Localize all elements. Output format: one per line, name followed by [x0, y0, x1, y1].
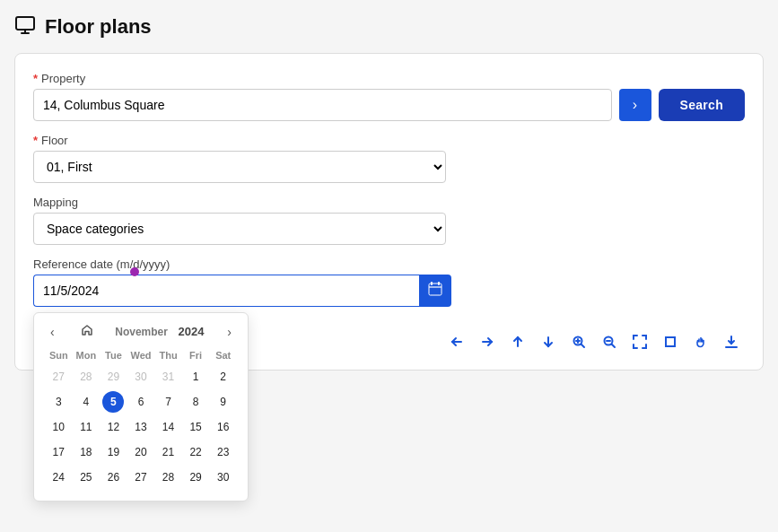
arrow-up-icon[interactable] [504, 328, 531, 355]
calendar-icon [428, 282, 442, 300]
calendar-day-cell[interactable]: 31 [154, 364, 182, 389]
col-mon: Mon [73, 348, 101, 364]
crop-icon[interactable] [657, 328, 684, 355]
calendar-day-cell[interactable]: 9 [209, 389, 237, 414]
calendar-day-cell[interactable]: 10 [45, 414, 73, 440]
calendar-day-cell[interactable]: 24 [45, 465, 73, 490]
main-card: * Property › Search * Floor 01, First Ma… [14, 53, 764, 371]
calendar-day-cell[interactable]: 20 [127, 440, 155, 465]
property-label: * Property [33, 72, 745, 85]
calendar-day-cell[interactable]: 6 [127, 389, 155, 414]
calendar-day-cell[interactable]: 11 [73, 414, 101, 440]
calendar-grid: Sun Mon Tue Wed Thu Fri Sat 272829303112… [45, 348, 237, 490]
calendar-day-cell[interactable]: 5 [100, 389, 127, 414]
calendar-day-cell[interactable]: 25 [73, 465, 101, 490]
ref-date-row: Reference date (m/d/yyyy) [33, 257, 745, 307]
col-sat: Sat [209, 348, 237, 364]
property-arrow-button[interactable]: › [619, 89, 651, 121]
calendar-day-cell[interactable]: 15 [182, 414, 210, 440]
calendar-day-cell[interactable]: 12 [100, 414, 127, 440]
property-row: * Property › Search [33, 72, 745, 121]
calendar-nav: ‹ November 2024 › [45, 322, 237, 341]
calendar-day-cell[interactable]: 4 [73, 389, 101, 414]
col-sun: Sun [45, 348, 73, 364]
arrow-down-icon[interactable] [535, 328, 562, 355]
calendar-day-cell[interactable]: 22 [182, 440, 210, 465]
hand-icon[interactable] [687, 328, 714, 355]
ref-date-input-row [33, 275, 451, 307]
calendar-day-cell[interactable]: 27 [127, 465, 155, 490]
arrow-left-icon[interactable] [443, 328, 470, 355]
calendar-next-button[interactable]: › [222, 323, 237, 341]
calendar-day-cell[interactable]: 17 [45, 440, 73, 465]
mapping-label: Mapping [33, 196, 745, 209]
monitor-icon [14, 14, 36, 39]
download-icon[interactable] [718, 328, 745, 355]
col-fri: Fri [182, 348, 210, 364]
col-thu: Thu [154, 348, 182, 364]
svg-rect-0 [16, 17, 34, 30]
calendar-toggle-button[interactable] [419, 275, 451, 307]
calendar-header-row: Sun Mon Tue Wed Thu Fri Sat [45, 348, 237, 364]
property-input-row: › Search [33, 89, 745, 121]
calendar-popup: ‹ November 2024 › [33, 312, 249, 501]
zoom-in-icon[interactable] [565, 328, 592, 355]
ref-date-input[interactable] [33, 275, 419, 307]
calendar-day-cell[interactable]: 30 [209, 465, 237, 490]
floor-row: * Floor 01, First [33, 134, 745, 183]
calendar-day-cell[interactable]: 21 [154, 440, 182, 465]
col-wed: Wed [127, 348, 155, 364]
calendar-day-cell[interactable]: 7 [154, 389, 182, 414]
calendar-week-row: 3456789 [45, 389, 237, 414]
date-indicator-dot [130, 267, 139, 276]
calendar-day-cell[interactable]: 26 [100, 465, 127, 490]
calendar-day-cell[interactable]: 19 [100, 440, 127, 465]
svg-rect-18 [666, 337, 675, 346]
svg-line-16 [612, 344, 616, 348]
chevron-right-icon: › [633, 97, 637, 113]
svg-line-12 [581, 344, 585, 348]
page-header: Floor plans [14, 14, 764, 39]
calendar-week-row: 272829303112 [45, 364, 237, 389]
calendar-day-cell[interactable]: 30 [127, 364, 155, 389]
required-indicator: * [33, 72, 38, 85]
calendar-day-cell[interactable]: 27 [45, 364, 73, 389]
calendar-day-cell[interactable]: 16 [209, 414, 237, 440]
mapping-select[interactable]: Space categories [33, 213, 446, 245]
calendar-week-row: 17181920212223 [45, 440, 237, 465]
ref-date-label: Reference date (m/d/yyyy) [33, 257, 745, 271]
mapping-row: Mapping Space categories [33, 196, 745, 245]
svg-rect-5 [438, 282, 440, 285]
floor-label: * Floor [33, 134, 745, 147]
calendar-day-cell[interactable]: 3 [45, 389, 73, 414]
calendar-day-cell[interactable]: 28 [154, 465, 182, 490]
calendar-week-row: 24252627282930 [45, 465, 237, 490]
property-input[interactable] [33, 89, 612, 121]
calendar-week-row: 10111213141516 [45, 414, 237, 440]
calendar-prev-button[interactable]: ‹ [45, 323, 60, 341]
fullscreen-icon[interactable] [626, 328, 653, 355]
calendar-day-cell[interactable]: 18 [73, 440, 101, 465]
calendar-day-cell[interactable]: 23 [209, 440, 237, 465]
required-indicator-floor: * [33, 134, 38, 147]
calendar-day-cell[interactable]: 1 [182, 364, 210, 389]
calendar-day-cell[interactable]: 2 [209, 364, 237, 389]
calendar-title: November 2024 [115, 325, 204, 338]
zoom-out-icon[interactable] [596, 328, 623, 355]
search-button[interactable]: Search [659, 89, 746, 121]
calendar-body: 2728293031123456789101112131415161718192… [45, 364, 237, 490]
svg-rect-3 [429, 283, 441, 295]
calendar-day-cell[interactable]: 13 [127, 414, 155, 440]
calendar-home-button[interactable] [77, 322, 97, 341]
calendar-day-cell[interactable]: 29 [182, 465, 210, 490]
calendar-day-cell[interactable]: 14 [154, 414, 182, 440]
floor-select[interactable]: 01, First [33, 151, 446, 183]
calendar-day-cell[interactable]: 29 [100, 364, 127, 389]
col-tue: Tue [100, 348, 127, 364]
calendar-day-cell[interactable]: 8 [182, 389, 210, 414]
page-title: Floor plans [45, 15, 152, 39]
calendar-day-cell[interactable]: 28 [73, 364, 101, 389]
svg-rect-4 [431, 282, 433, 285]
arrow-right-icon[interactable] [474, 328, 501, 355]
